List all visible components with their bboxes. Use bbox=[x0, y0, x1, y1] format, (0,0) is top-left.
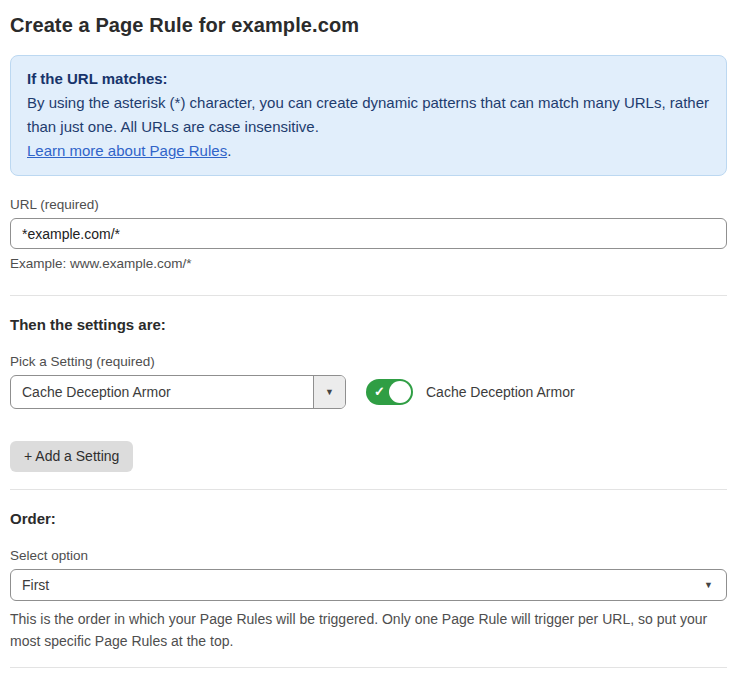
cache-deception-armor-toggle[interactable]: ✓ bbox=[366, 379, 413, 405]
section-divider bbox=[10, 295, 727, 296]
add-setting-button[interactable]: + Add a Setting bbox=[10, 441, 133, 472]
setting-select-value: Cache Deception Armor bbox=[11, 376, 313, 408]
order-select-value: First bbox=[11, 577, 704, 593]
check-icon: ✓ bbox=[374, 385, 385, 398]
order-select-label: Select option bbox=[10, 548, 727, 563]
order-section-heading: Order: bbox=[10, 510, 727, 527]
section-divider bbox=[10, 489, 727, 490]
info-box-heading: If the URL matches: bbox=[27, 67, 710, 91]
learn-more-link[interactable]: Learn more about Page Rules bbox=[27, 142, 227, 159]
setting-select[interactable]: Cache Deception Armor ▼ bbox=[10, 375, 346, 409]
toggle-label: Cache Deception Armor bbox=[426, 384, 575, 400]
url-input[interactable] bbox=[10, 218, 727, 249]
info-box-link-line: Learn more about Page Rules. bbox=[27, 139, 710, 163]
info-box-body: By using the asterisk (*) character, you… bbox=[27, 91, 710, 139]
setting-picker-label: Pick a Setting (required) bbox=[10, 354, 727, 369]
toggle-knob bbox=[389, 381, 411, 403]
chevron-down-icon: ▼ bbox=[325, 387, 334, 397]
setting-select-arrow-button[interactable]: ▼ bbox=[313, 376, 345, 408]
url-field-helper: Example: www.example.com/* bbox=[10, 256, 727, 271]
url-match-info-box: If the URL matches: By using the asteris… bbox=[10, 55, 727, 176]
footer-divider bbox=[10, 667, 727, 668]
setting-row: Cache Deception Armor ▼ ✓ Cache Deceptio… bbox=[10, 375, 727, 409]
url-field-label: URL (required) bbox=[10, 197, 727, 212]
page-title: Create a Page Rule for example.com bbox=[10, 14, 727, 37]
link-suffix: . bbox=[227, 142, 231, 159]
chevron-down-icon: ▼ bbox=[704, 580, 726, 590]
order-select[interactable]: First ▼ bbox=[10, 569, 727, 601]
create-page-rule-panel: Create a Page Rule for example.com If th… bbox=[0, 0, 750, 679]
order-helper-text: This is the order in which your Page Rul… bbox=[10, 609, 710, 652]
settings-section-heading: Then the settings are: bbox=[10, 316, 727, 333]
